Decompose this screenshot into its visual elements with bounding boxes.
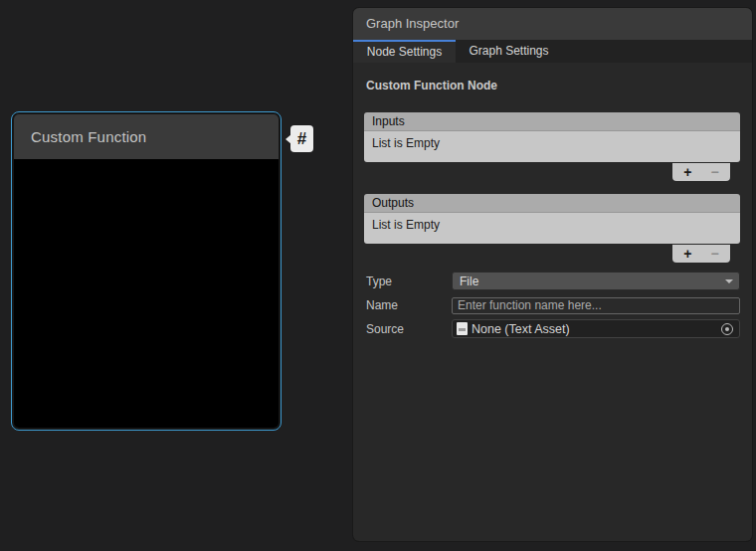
tab-graph-settings[interactable]: Graph Settings — [456, 40, 562, 63]
inputs-list-footer-row: + − — [364, 163, 740, 181]
outputs-list-footer: + − — [672, 245, 730, 263]
node-title[interactable]: Custom Function — [14, 114, 279, 159]
inputs-empty-label: List is Empty — [364, 133, 740, 153]
inputs-list-body: List is Empty — [364, 131, 740, 162]
source-object-value: None (Text Asset) — [472, 322, 721, 336]
name-row: Name — [364, 295, 740, 314]
type-label: Type — [364, 275, 452, 288]
text-asset-icon — [457, 322, 468, 335]
node-hash-badge[interactable]: # — [290, 125, 313, 152]
object-picker-icon[interactable] — [721, 323, 733, 335]
inspector-tabbar: Node Settings Graph Settings — [353, 40, 752, 63]
node-preview-body — [14, 159, 279, 428]
chevron-down-icon — [725, 279, 733, 283]
inspector-content: Custom Function Node Inputs List is Empt… — [353, 63, 752, 338]
tab-node-settings[interactable]: Node Settings — [353, 40, 456, 63]
type-dropdown[interactable]: File — [452, 272, 740, 290]
outputs-list-footer-row: + − — [364, 245, 740, 263]
source-row: Source None (Text Asset) — [364, 319, 740, 338]
type-row: Type File — [364, 272, 740, 290]
function-name-input[interactable] — [452, 297, 740, 314]
name-label: Name — [364, 298, 452, 312]
custom-function-node[interactable]: Custom Function — [11, 111, 282, 431]
source-label: Source — [364, 322, 452, 336]
node-settings-heading: Custom Function Node — [366, 79, 740, 92]
inputs-remove-button[interactable]: − — [703, 164, 727, 180]
hash-icon: # — [297, 129, 306, 149]
inputs-list-header: Inputs — [364, 112, 740, 131]
outputs-list-body: List is Empty — [364, 213, 740, 244]
outputs-list-header: Outputs — [364, 194, 740, 213]
node-properties: Type File Name Source — [364, 272, 740, 338]
outputs-add-button[interactable]: + — [675, 246, 699, 262]
panel-title: Graph Inspector — [353, 8, 752, 40]
outputs-list: Outputs List is Empty + − — [364, 194, 740, 263]
inputs-list: Inputs List is Empty + − — [364, 112, 740, 181]
inputs-list-footer: + − — [672, 163, 730, 181]
outputs-remove-button[interactable]: − — [703, 246, 727, 262]
outputs-empty-label: List is Empty — [364, 215, 740, 235]
inputs-add-button[interactable]: + — [675, 164, 699, 180]
source-object-field[interactable]: None (Text Asset) — [452, 319, 740, 338]
type-dropdown-value: File — [460, 275, 478, 288]
graph-inspector-panel: Graph Inspector Node Settings Graph Sett… — [353, 8, 752, 541]
